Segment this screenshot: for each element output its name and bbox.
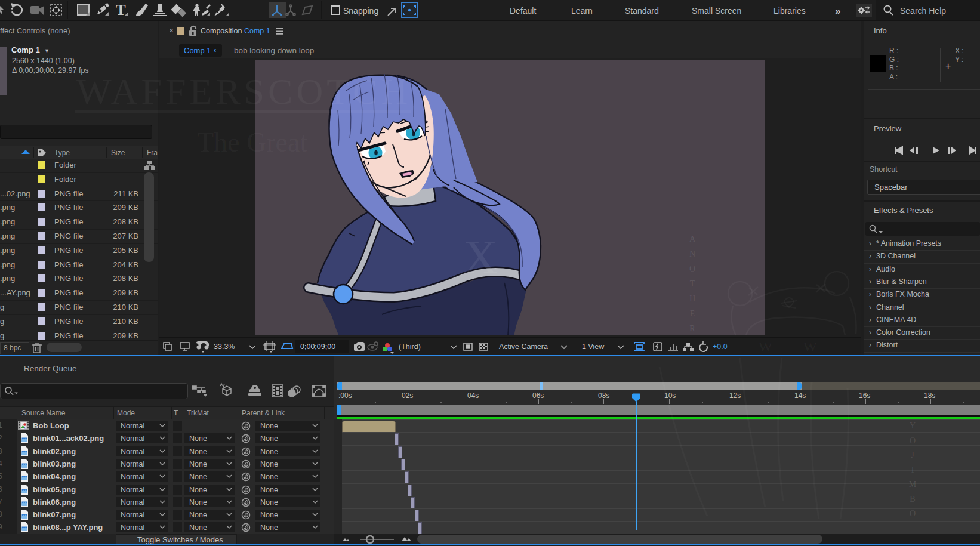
svg-text:»: » <box>835 5 840 17</box>
svg-text:Standard: Standard <box>625 6 659 16</box>
svg-text:Active Camera: Active Camera <box>499 343 548 351</box>
svg-text:(Third): (Third) <box>399 343 421 351</box>
svg-text:Small Screen: Small Screen <box>692 6 741 16</box>
svg-text:33.3%: 33.3% <box>214 343 235 351</box>
svg-text:Default: Default <box>510 6 536 16</box>
svg-text:Learn: Learn <box>571 6 593 16</box>
svg-text:+0.0: +0.0 <box>713 343 728 351</box>
svg-text:1 View: 1 View <box>582 343 605 351</box>
svg-text:Libraries: Libraries <box>773 6 806 16</box>
svg-text:Search Help: Search Help <box>900 6 946 16</box>
svg-text:0;00;09;00: 0;00;09;00 <box>300 343 335 351</box>
svg-text:Snapping: Snapping <box>343 6 378 16</box>
svg-text:T: T <box>116 2 126 18</box>
